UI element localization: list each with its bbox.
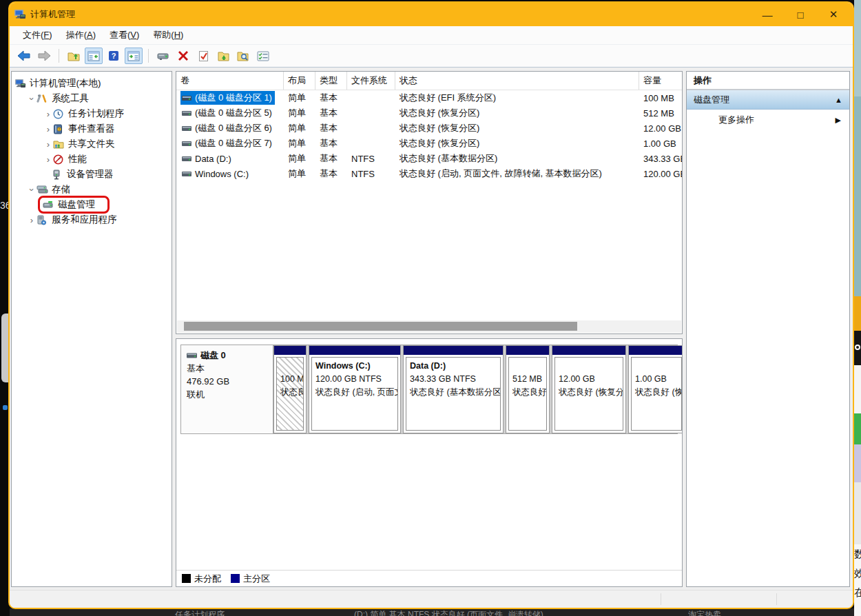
tree-item-device-manager[interactable]: 设备管理器 xyxy=(12,167,172,182)
chevron-collapsed-icon[interactable]: › xyxy=(43,139,53,150)
column-header-type[interactable]: 类型 xyxy=(315,72,347,90)
delete-icon[interactable] xyxy=(174,48,192,64)
device-manager-icon xyxy=(52,169,63,180)
table-row[interactable]: (磁盘 0 磁盘分区 7) 简单 基本 状态良好 (恢复分区) 1.00 GB xyxy=(176,136,682,151)
primary-partition-swatch xyxy=(231,574,240,583)
red-annotation-box: 磁盘管理 xyxy=(38,196,110,214)
folder-find-icon[interactable] xyxy=(234,48,252,64)
menu-view[interactable]: 查看(V) xyxy=(103,27,145,43)
background-bottom-text: 任务计划程序 xyxy=(175,609,225,616)
more-actions-arrow-icon: ▶ xyxy=(836,116,841,125)
background-bottom-strip: 任务计划程序 (D:) 简单 基本 NTFS 状态良好 (页面文件, 崩溃转储)… xyxy=(10,608,854,616)
tree-item-shared-folders[interactable]: › 共享文件夹 xyxy=(12,136,172,152)
scrollbar-thumb[interactable] xyxy=(184,322,577,331)
column-header-layout[interactable]: 布局 xyxy=(284,72,315,90)
horizontal-scrollbar[interactable] xyxy=(177,320,681,333)
column-header-status[interactable]: 状态 xyxy=(395,72,639,90)
partition-recovery-512mb[interactable]: 512 MB状态良好 (恢复分区) xyxy=(506,345,550,433)
column-header-volume[interactable]: 卷 xyxy=(176,72,284,90)
background-circle-icon xyxy=(855,345,860,350)
tree-item-storage[interactable]: › 存储 xyxy=(12,182,172,197)
clock-icon xyxy=(53,108,65,119)
tree-item-label: 服务和应用程序 xyxy=(52,214,117,226)
disk-device-icon[interactable] xyxy=(154,48,172,64)
computer-icon xyxy=(14,78,26,89)
svg-text:?: ? xyxy=(112,52,116,60)
storage-icon xyxy=(37,184,48,195)
chevron-expanded-icon[interactable]: › xyxy=(27,185,37,194)
disk-0-label[interactable]: 磁盘 0 基本 476.92 GB 联机 xyxy=(181,345,273,433)
shared-folder-icon xyxy=(53,138,65,150)
status-bar xyxy=(10,590,853,608)
tree-item-label: 系统工具 xyxy=(52,92,89,105)
volume-table: 卷 布局 类型 文件系统 状态 容量 (磁盘 0 磁盘分区 1) 简单 基本 状… xyxy=(176,72,682,320)
background-right-text: 数效在 xyxy=(854,544,861,616)
chevron-expanded-icon[interactable]: › xyxy=(27,94,37,103)
volume-list-pane: 卷 布局 类型 文件系统 状态 容量 (磁盘 0 磁盘分区 1) 简单 基本 状… xyxy=(176,71,683,334)
table-row[interactable]: Data (D:) 简单 基本 NTFS 状态良好 (基本数据分区) 343.3… xyxy=(176,151,682,166)
show-console-tree-icon[interactable] xyxy=(85,48,103,64)
main-content: 计算机管理(本地) › 系统工具 › 任务计划程序 › xyxy=(10,68,853,590)
tree-item-label: 任务计划程序 xyxy=(68,107,124,120)
tree-item-label: 事件查看器 xyxy=(68,123,115,135)
table-row[interactable]: (磁盘 0 磁盘分区 6) 简单 基本 状态良好 (恢复分区) 12.00 GB xyxy=(176,121,682,136)
menu-action[interactable]: 操作(A) xyxy=(60,27,102,43)
up-folder-icon[interactable] xyxy=(65,48,83,64)
forward-icon[interactable] xyxy=(35,48,53,64)
volume-table-header: 卷 布局 类型 文件系统 状态 容量 xyxy=(176,72,682,90)
column-header-capacity[interactable]: 容量 xyxy=(639,72,682,90)
table-row[interactable]: (磁盘 0 磁盘分区 5) 简单 基本 状态良好 (恢复分区) 512 MB xyxy=(176,105,682,121)
maximize-button[interactable]: □ xyxy=(785,5,816,24)
actions-group-disk-management[interactable]: 磁盘管理 ▲ xyxy=(687,90,849,110)
collapse-arrow-icon[interactable]: ▲ xyxy=(835,96,842,104)
tools-icon xyxy=(37,93,48,104)
table-row[interactable]: (磁盘 0 磁盘分区 1) 简单 基本 状态良好 (EFI 系统分区) 100 … xyxy=(176,90,682,105)
tree-item-performance[interactable]: › 性能 xyxy=(12,152,172,167)
tree-item-task-scheduler[interactable]: › 任务计划程序 xyxy=(12,106,172,121)
partition-recovery-12gb[interactable]: 12.00 GB状态良好 (恢复分区) xyxy=(552,345,626,433)
tree-item-computer-management[interactable]: 计算机管理(本地) xyxy=(12,76,172,91)
folder-up-icon[interactable] xyxy=(214,48,232,64)
check-page-icon[interactable] xyxy=(194,48,212,64)
tree-item-system-tools[interactable]: › 系统工具 xyxy=(12,91,172,106)
partition-efi[interactable]: 100 MB状态良好 (EFI 系统分区) xyxy=(273,345,307,433)
performance-icon xyxy=(53,154,65,165)
menu-bar: 文件(F) 操作(A) 查看(V) 帮助(H) xyxy=(10,26,853,45)
menu-help[interactable]: 帮助(H) xyxy=(147,27,189,43)
table-row[interactable]: Windows (C:) 简单 基本 NTFS 状态良好 (启动, 页面文件, … xyxy=(176,166,682,181)
disk-status: 联机 xyxy=(187,389,267,402)
chevron-collapsed-icon[interactable]: › xyxy=(43,124,53,134)
more-actions-item[interactable]: 更多操作 ▶ xyxy=(687,110,849,130)
chevron-collapsed-icon[interactable]: › xyxy=(43,154,53,165)
column-header-filesystem[interactable]: 文件系统 xyxy=(347,72,395,90)
legend-item-unallocated: 未分配 xyxy=(182,573,221,585)
disk-type: 基本 xyxy=(187,362,267,376)
partition-recovery-1gb[interactable]: 1.00 GB状态良好 (恢复分区) xyxy=(628,345,682,433)
close-button[interactable]: ✕ xyxy=(818,5,849,24)
chevron-collapsed-icon[interactable]: › xyxy=(43,109,53,119)
tree-item-label: 设备管理器 xyxy=(67,168,114,181)
tree-item-event-viewer[interactable]: › 事件查看器 xyxy=(12,121,172,136)
tree-item-disk-management[interactable]: 磁盘管理 xyxy=(12,197,172,212)
actions-pane: 操作 磁盘管理 ▲ 更多操作 ▶ xyxy=(686,71,850,587)
tree-item-label: 存储 xyxy=(52,183,70,196)
partition-windows-c[interactable]: Windows (C:)120.00 GB NTFS状态良好 (启动, 页面文件… xyxy=(309,345,401,433)
background-bottom-text: 淘宝热卖 xyxy=(688,609,721,616)
back-icon[interactable] xyxy=(15,48,33,64)
show-action-pane-icon[interactable] xyxy=(125,48,143,64)
task-list-icon[interactable] xyxy=(254,48,272,64)
app-icon xyxy=(14,9,26,20)
tree-item-services-applications[interactable]: › 服务和应用程序 xyxy=(12,212,172,227)
volume-name: (磁盘 0 磁盘分区 6) xyxy=(180,121,275,135)
help-icon[interactable]: ? xyxy=(105,48,123,64)
chevron-collapsed-icon[interactable]: › xyxy=(27,215,37,225)
partition-data-d[interactable]: Data (D:)343.33 GB NTFS状态良好 (基本数据分区) xyxy=(403,345,504,433)
background-right-strip: 数效在 xyxy=(854,0,861,616)
tree-item-label: 磁盘管理 xyxy=(58,198,95,211)
minimize-button[interactable]: — xyxy=(752,5,782,24)
center-panes: 卷 布局 类型 文件系统 状态 容量 (磁盘 0 磁盘分区 1) 简单 基本 状… xyxy=(176,71,683,587)
background-left-dot xyxy=(3,405,8,410)
volume-name: (磁盘 0 磁盘分区 7) xyxy=(180,136,275,150)
menu-file[interactable]: 文件(F) xyxy=(17,27,59,43)
unallocated-swatch xyxy=(182,574,191,583)
